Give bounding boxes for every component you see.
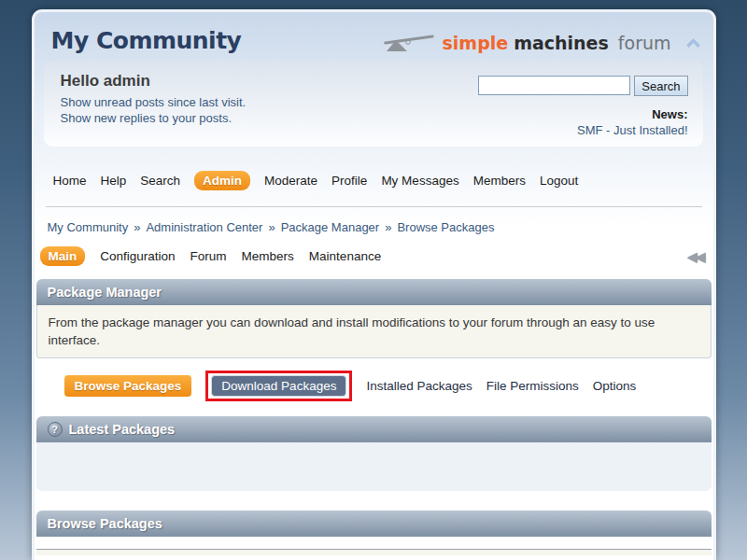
collapse-header-icon[interactable]	[685, 38, 700, 53]
browse-packages-header: Browse Packages	[36, 511, 712, 537]
tab-maintenance[interactable]: Maintenance	[309, 249, 381, 263]
news-item-link[interactable]: SMF - Just Installed!	[478, 123, 687, 137]
user-info-area: Hello admin Show unread posts since last…	[44, 61, 703, 147]
tab-main[interactable]: Main	[40, 246, 86, 266]
nav-members[interactable]: Members	[473, 174, 526, 188]
breadcrumb-separator: »	[385, 220, 391, 234]
logo-simple: simple	[443, 33, 509, 53]
nav-my-messages[interactable]: My Messages	[381, 174, 458, 188]
help-icon[interactable]: ?	[48, 422, 63, 437]
nav-logout[interactable]: Logout	[540, 174, 578, 188]
site-header: My Community simplemachines forum	[35, 12, 713, 55]
nav-profile[interactable]: Profile	[331, 174, 367, 188]
annotation-highlight-box: Download Packages	[205, 371, 352, 401]
breadcrumb-administration-center[interactable]: Administration Center	[146, 220, 262, 234]
search-button[interactable]: Search	[634, 76, 687, 96]
breadcrumb-separator: »	[134, 220, 140, 234]
subtab-file-permissions[interactable]: File Permissions	[486, 379, 579, 393]
nav-help[interactable]: Help	[101, 174, 127, 188]
nav-separator	[46, 206, 702, 207]
nav-admin[interactable]: Admin	[194, 171, 250, 190]
collapse-menu-icon[interactable]: ◀◀	[687, 249, 704, 264]
latest-packages-title: Latest Packages	[69, 416, 176, 442]
admin-tabs: Main Configuration Forum Members Mainten…	[40, 246, 704, 266]
search-input[interactable]	[478, 76, 630, 95]
breadcrumb-separator: »	[268, 220, 275, 234]
tab-members[interactable]: Members	[242, 249, 294, 263]
browse-packages-title: Browse Packages	[48, 511, 162, 537]
unread-posts-link[interactable]: Show unread posts since last visit.	[61, 94, 247, 110]
main-panel: My Community simplemachines forum Hello …	[32, 9, 716, 560]
breadcrumb-package-manager[interactable]: Package Manager	[281, 220, 380, 234]
package-manager-title: Package Manager	[48, 279, 162, 305]
subtab-installed-packages[interactable]: Installed Packages	[366, 379, 472, 393]
logo-forum: forum	[618, 33, 671, 53]
subtab-download-packages[interactable]: Download Packages	[211, 375, 346, 397]
nav-moderate[interactable]: Moderate	[264, 174, 317, 188]
tab-forum[interactable]: Forum	[190, 249, 227, 263]
news-label: News:	[478, 107, 687, 121]
latest-packages-header: ? Latest Packages	[36, 416, 712, 442]
new-replies-link[interactable]: Show new replies to your posts.	[61, 110, 247, 126]
package-subtabs: Browse Packages Download Packages Instal…	[64, 371, 712, 401]
greeting-text: Hello admin	[61, 72, 247, 91]
breadcrumb-my-community[interactable]: My Community	[48, 220, 129, 234]
nav-home[interactable]: Home	[53, 174, 87, 188]
breadcrumb-browse-packages[interactable]: Browse Packages	[397, 220, 494, 234]
package-manager-header: Package Manager	[36, 279, 712, 305]
subtab-options[interactable]: Options	[593, 379, 637, 393]
breadcrumb: My Community » Administration Center » P…	[48, 220, 713, 234]
logo-machines: machines	[514, 33, 609, 53]
site-title: My Community	[51, 27, 242, 54]
tab-configuration[interactable]: Configuration	[100, 249, 175, 263]
smf-logo: simplemachines forum	[383, 31, 671, 55]
browse-packages-body-top	[36, 549, 712, 555]
nav-search[interactable]: Search	[140, 174, 180, 188]
package-manager-description: From the package manager you can downloa…	[36, 305, 712, 358]
subtab-browse-packages[interactable]: Browse Packages	[64, 375, 192, 397]
main-nav: Home Help Search Admin Moderate Profile …	[53, 171, 713, 190]
lever-icon	[383, 31, 437, 55]
latest-packages-body	[36, 442, 712, 491]
